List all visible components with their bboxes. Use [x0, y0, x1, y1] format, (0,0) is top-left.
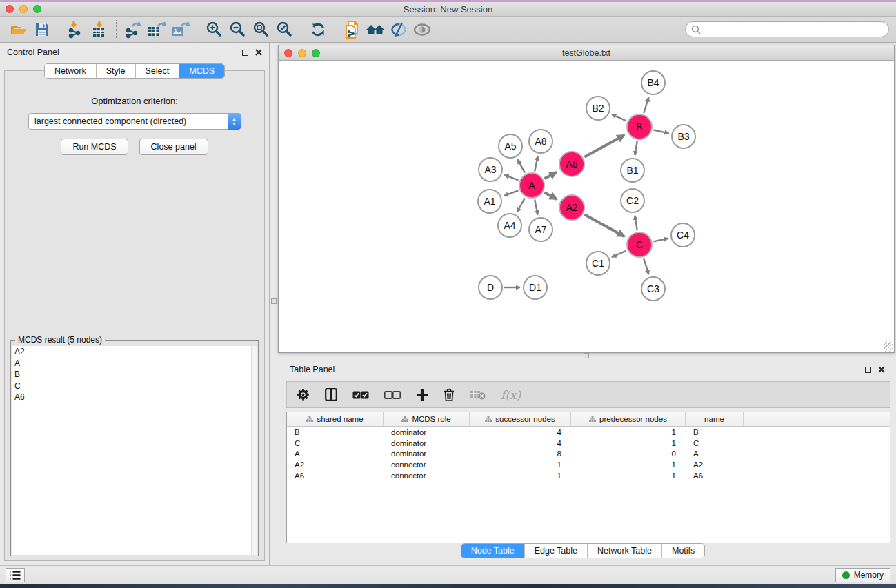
task-history-button[interactable]: [6, 568, 25, 582]
add-column-icon[interactable]: [416, 389, 428, 401]
export-image-icon[interactable]: [168, 19, 192, 41]
result-list-scrollbar[interactable]: [251, 346, 257, 555]
table-settings-icon[interactable]: [297, 388, 310, 401]
graph-edge-A-A2[interactable]: [544, 192, 557, 199]
graph-node-B3[interactable]: B3: [671, 124, 696, 149]
memory-button[interactable]: Memory: [835, 568, 890, 582]
graph-edge-C-C3[interactable]: [644, 258, 648, 274]
graph-node-C1[interactable]: C1: [586, 251, 610, 276]
column-header-name[interactable]: name: [686, 412, 744, 426]
graph-edge-C-C2[interactable]: [635, 216, 637, 231]
graph-node-B[interactable]: B: [626, 114, 653, 140]
tab-mcds[interactable]: MCDS: [179, 64, 224, 78]
table-row[interactable]: A6connector11A6: [287, 470, 890, 481]
save-session-icon[interactable]: [30, 19, 54, 41]
search-input[interactable]: [704, 25, 883, 34]
graph-edge-B-B3[interactable]: [654, 130, 669, 133]
graph-edge-C-C1[interactable]: [612, 251, 626, 257]
run-mcds-button[interactable]: Run MCDS: [61, 139, 128, 155]
refresh-icon[interactable]: [306, 19, 330, 41]
open-session-icon[interactable]: [7, 19, 30, 41]
graph-node-A[interactable]: A: [519, 172, 545, 199]
horizontal-splitter-handle[interactable]: [271, 298, 277, 304]
optimization-criterion-select[interactable]: largest connected component (directed) ▲…: [28, 113, 241, 130]
mcds-result-item[interactable]: B: [12, 369, 257, 381]
graph-node-A3[interactable]: A3: [478, 157, 503, 182]
mcds-result-item[interactable]: A: [12, 358, 257, 369]
column-header-MCDS-role[interactable]: MCDS role: [384, 412, 470, 426]
graph-node-D[interactable]: D: [478, 275, 503, 300]
graph-node-B1[interactable]: B1: [620, 158, 645, 183]
home-layout-icon[interactable]: [364, 19, 387, 41]
graph-node-D1[interactable]: D1: [523, 275, 548, 300]
table-row[interactable]: Adominator80A: [287, 449, 890, 460]
graph-edge-C-C4[interactable]: [653, 239, 668, 242]
graph-node-B4[interactable]: B4: [641, 70, 666, 95]
toolbar-search-box[interactable]: [685, 21, 889, 37]
table-row[interactable]: A2connector11A2: [287, 459, 890, 470]
close-table-panel-icon[interactable]: [878, 366, 885, 373]
graph-edge-A2-C[interactable]: [584, 214, 624, 236]
graph-node-A1[interactable]: A1: [477, 189, 502, 214]
tab-node-table[interactable]: Node Table: [461, 544, 525, 558]
graph-node-B2[interactable]: B2: [586, 96, 610, 121]
column-header-successor-nodes[interactable]: successor nodes: [470, 412, 571, 426]
vertical-splitter-handle[interactable]: [584, 353, 589, 358]
eye-icon[interactable]: [410, 19, 434, 41]
import-network-icon[interactable]: [64, 19, 88, 41]
export-table-icon[interactable]: [145, 19, 168, 41]
graph-node-C3[interactable]: C3: [641, 276, 666, 301]
graph-node-C4[interactable]: C4: [670, 223, 695, 247]
function-builder-icon[interactable]: f(x): [501, 388, 521, 402]
tab-network-table[interactable]: Network Table: [588, 544, 662, 558]
graph-node-A7[interactable]: A7: [528, 217, 553, 242]
import-table-icon[interactable]: [88, 19, 111, 41]
zoom-out-icon[interactable]: [226, 19, 249, 41]
split-columns-icon[interactable]: [325, 388, 337, 401]
show-hide-icon[interactable]: [387, 19, 410, 41]
mcds-result-item[interactable]: A6: [12, 392, 257, 403]
float-panel-icon[interactable]: [242, 50, 248, 56]
graph-node-A6[interactable]: A6: [559, 151, 585, 177]
graph-edge-A-A1[interactable]: [504, 190, 519, 196]
graph-edge-A-A7[interactable]: [535, 200, 537, 215]
deselect-all-checkboxes-icon[interactable]: [384, 391, 401, 399]
graph-node-A8[interactable]: A8: [528, 129, 553, 154]
zoom-selected-icon[interactable]: [272, 19, 296, 41]
mcds-result-item[interactable]: A2: [12, 346, 257, 358]
table-row[interactable]: Bdominator41B: [287, 427, 890, 438]
graph-node-A4[interactable]: A4: [497, 213, 522, 238]
graph-edge-A-A4[interactable]: [517, 198, 525, 212]
delete-column-icon[interactable]: [444, 388, 455, 401]
tab-select[interactable]: Select: [136, 64, 180, 78]
new-network-from-selection-icon[interactable]: [340, 19, 364, 41]
graph-node-C2[interactable]: C2: [620, 188, 645, 213]
close-panel-icon[interactable]: [255, 49, 262, 56]
tab-network[interactable]: Network: [45, 64, 97, 78]
graph-edge-B-B1[interactable]: [635, 141, 637, 156]
table-row[interactable]: Cdominator41C: [287, 438, 890, 449]
tab-style[interactable]: Style: [97, 64, 136, 78]
graph-edge-A-A5[interactable]: [518, 159, 525, 172]
close-panel-button[interactable]: Close panel: [139, 139, 208, 155]
delete-table-icon[interactable]: [470, 389, 486, 400]
select-all-checkboxes-icon[interactable]: [352, 391, 369, 399]
graph-edge-A-A3[interactable]: [505, 175, 519, 181]
graph-edge-B-B2[interactable]: [612, 114, 626, 121]
mcds-result-list[interactable]: A2ABCA6: [12, 346, 257, 555]
window-resize-grip[interactable]: [884, 342, 893, 352]
float-table-panel-icon[interactable]: [865, 367, 871, 373]
graph-node-C[interactable]: C: [626, 232, 653, 258]
tab-edge-table[interactable]: Edge Table: [525, 544, 588, 558]
mcds-result-item[interactable]: C: [12, 381, 257, 392]
zoom-in-icon[interactable]: [202, 19, 226, 41]
graph-node-A5[interactable]: A5: [498, 134, 523, 159]
column-header-shared-name[interactable]: shared name: [287, 412, 384, 426]
zoom-fit-icon[interactable]: [249, 19, 272, 41]
network-canvas[interactable]: B4B2BB3A8A5A6A3B1AA1C2A2A4A7C4CC1DD1C3: [279, 61, 894, 352]
tab-motifs[interactable]: Motifs: [662, 544, 704, 558]
graph-edge-A6-B[interactable]: [584, 135, 624, 157]
graph-edge-A-A8[interactable]: [535, 156, 537, 172]
graph-edge-A-A6[interactable]: [545, 172, 557, 179]
graph-node-A2[interactable]: A2: [559, 194, 585, 221]
